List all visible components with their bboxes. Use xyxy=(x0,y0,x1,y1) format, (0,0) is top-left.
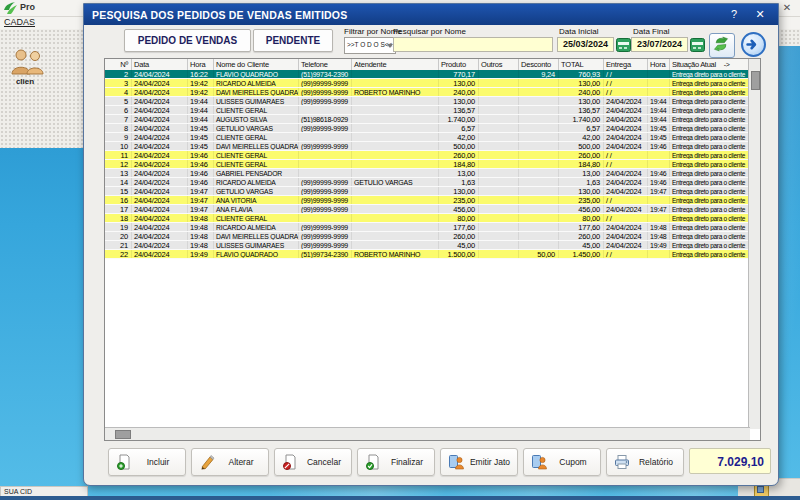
table-row[interactable]: 1124/04/202419:46CLIENTE GERAL260,00260,… xyxy=(105,151,750,160)
table-row[interactable]: 1224/04/202419:46CLIENTE GERAL184,80184,… xyxy=(105,160,750,169)
menu-item-cadastro[interactable]: CADAS xyxy=(4,17,35,27)
tab-pedido-de-vendas[interactable]: PEDIDO DE VENDAS xyxy=(124,29,251,52)
cell-n: 15 xyxy=(105,187,132,195)
cell-tel: (99)99999-9999 xyxy=(299,223,352,231)
pedidos-dialog: PESQUISA DOS PEDIDOS DE VENDAS EMITIDOS … xyxy=(83,3,779,486)
cell-at xyxy=(352,169,439,177)
cell-nome: CLIENTE GERAL xyxy=(214,214,299,222)
date-start-input[interactable]: 25/03/2024 xyxy=(557,37,614,52)
cell-sit: Entrega direto para o cliente xyxy=(670,70,750,78)
close-button[interactable]: ✕ xyxy=(752,7,768,22)
person-doc-icon xyxy=(531,454,547,470)
go-button[interactable] xyxy=(741,32,766,57)
cell-desc xyxy=(519,232,559,240)
table-row[interactable]: 2124/04/202419:48ULISSES GUIMARAES(99)99… xyxy=(105,241,750,250)
table-row[interactable]: 1624/04/202419:47ANA VITORIA(99)99999-99… xyxy=(105,196,750,205)
table-row[interactable]: 524/04/202419:44ULISSES GUIMARAES(99)999… xyxy=(105,97,750,106)
column-header[interactable]: Telefone xyxy=(299,59,352,70)
column-header[interactable]: Atendente xyxy=(352,59,439,70)
table-row[interactable]: 1424/04/202419:46RICARDO ALMEIDA(99)9999… xyxy=(105,178,750,187)
calendar-icon[interactable] xyxy=(690,37,705,52)
table-row[interactable]: 624/04/202419:44CLIENTE GERAL136,57136,5… xyxy=(105,106,750,115)
cell-at xyxy=(352,196,439,204)
background-close-icon[interactable]: ✕ xyxy=(780,2,794,13)
table-row[interactable]: 224/04/202416:22FLAVIO QUADRADO(51)99734… xyxy=(105,70,750,79)
relatorio-button[interactable]: Relatório xyxy=(606,448,684,476)
column-header[interactable]: Outros xyxy=(479,59,519,70)
emitir-jato-button[interactable]: Emitir Jato xyxy=(440,448,518,476)
cell-hora: 16:22 xyxy=(188,70,214,78)
column-header[interactable]: Entrega xyxy=(604,59,648,70)
table-row[interactable]: 2224/04/202419:49FLAVIO QUADRADO(51)9973… xyxy=(105,250,750,259)
date-end-input[interactable]: 23/07/2024 xyxy=(631,37,688,52)
cell-sit: Entrega direto para o cliente xyxy=(670,187,750,195)
table-row[interactable]: 324/04/202419:42RICARDO ALMEIDA(99)99999… xyxy=(105,79,750,88)
button-label: Relatório xyxy=(631,449,681,475)
cell-hora: 19:44 xyxy=(188,106,214,114)
cell-at xyxy=(352,142,439,150)
cell-n: 13 xyxy=(105,169,132,177)
clients-icon[interactable] xyxy=(8,48,48,76)
table-row[interactable]: 1524/04/202419:47GETULIO VARGAS(99)99999… xyxy=(105,187,750,196)
table-row[interactable]: 2024/04/202419:48DAVI MEIRELLES QUADRADO… xyxy=(105,232,750,241)
cell-at xyxy=(352,151,439,159)
cell-tel xyxy=(299,214,352,222)
cell-ent: 24/04/2024 xyxy=(604,124,648,132)
cell-out xyxy=(479,70,519,78)
finalizar-button[interactable]: Finalizar xyxy=(357,448,435,476)
cell-nome: GABRIEL PENSADOR xyxy=(214,169,299,177)
table-row[interactable]: 724/04/202419:44AUGUSTO SILVA(51)98618-0… xyxy=(105,115,750,124)
table-row[interactable]: 1924/04/202419:48RICARDO ALMEIDA(99)9999… xyxy=(105,223,750,232)
filter-combobox[interactable]: >>T O D O S<< xyxy=(344,37,396,54)
incluir-button[interactable]: Incluir xyxy=(108,448,186,476)
cancelar-button[interactable]: Cancelar xyxy=(274,448,352,476)
column-header[interactable]: Situação Atual-> xyxy=(670,59,750,70)
column-header[interactable]: TOTAL xyxy=(559,59,604,70)
cell-hora: 19:42 xyxy=(188,88,214,96)
cell-out xyxy=(479,214,519,222)
cell-out xyxy=(479,205,519,213)
button-label: Cancelar xyxy=(299,449,349,475)
refresh-button[interactable] xyxy=(709,33,735,58)
column-header[interactable]: Hora xyxy=(648,59,670,70)
table-row[interactable]: 1324/04/202419:46GABRIEL PENSADOR13,0013… xyxy=(105,169,750,178)
table-row[interactable]: 1724/04/202419:47ANA FLAVIA(99)99999-999… xyxy=(105,205,750,214)
calendar-icon[interactable] xyxy=(616,37,631,52)
cupom-button[interactable]: Cupom xyxy=(523,448,601,476)
cell-data: 24/04/2024 xyxy=(132,178,188,186)
column-header[interactable]: Nº xyxy=(105,59,132,70)
table-row[interactable]: 824/04/202419:45GETULIO VARGAS(99)99999-… xyxy=(105,124,750,133)
cell-tot: 136,57 xyxy=(559,106,604,114)
column-header[interactable]: Data xyxy=(132,59,188,70)
vertical-scrollbar-thumb[interactable] xyxy=(751,71,760,90)
vertical-scrollbar[interactable] xyxy=(748,59,760,429)
cell-prod: 456,00 xyxy=(439,205,479,213)
column-header[interactable]: Hora xyxy=(188,59,214,70)
horizontal-scrollbar-thumb[interactable] xyxy=(115,430,131,439)
column-header[interactable]: Produto xyxy=(439,59,479,70)
horizontal-scrollbar[interactable] xyxy=(105,427,750,440)
table-row[interactable]: 1824/04/202419:48CLIENTE GERAL80,0080,00… xyxy=(105,214,750,223)
table-row[interactable]: 1024/04/202419:45DAVI MEIRELLES QUADRADO… xyxy=(105,142,750,151)
column-header[interactable]: Desconto xyxy=(519,59,559,70)
cell-out xyxy=(479,160,519,168)
cell-data: 24/04/2024 xyxy=(132,79,188,87)
cell-n: 8 xyxy=(105,124,132,132)
pencil-icon xyxy=(199,454,215,470)
cell-data: 24/04/2024 xyxy=(132,214,188,222)
cell-sit: Entrega direto para o cliente xyxy=(670,214,750,222)
cell-n: 6 xyxy=(105,106,132,114)
cell-hora: 19:44 xyxy=(188,115,214,123)
cell-at xyxy=(352,160,439,168)
alterar-button[interactable]: Alterar xyxy=(191,448,269,476)
table-row[interactable]: 424/04/202419:42DAVI MEIRELLES QUADRADO(… xyxy=(105,88,750,97)
cell-prod: 177,60 xyxy=(439,223,479,231)
table-row[interactable]: 924/04/202419:45CLIENTE GERAL42,0042,002… xyxy=(105,133,750,142)
tab-pendente[interactable]: PENDENTE xyxy=(253,29,333,52)
help-button[interactable]: ? xyxy=(726,7,742,22)
search-input[interactable] xyxy=(393,37,553,52)
cell-tel: (99)99999-9999 xyxy=(299,142,352,150)
column-header[interactable]: Nome do Cliente xyxy=(214,59,299,70)
cell-data: 24/04/2024 xyxy=(132,196,188,204)
cell-at xyxy=(352,133,439,141)
